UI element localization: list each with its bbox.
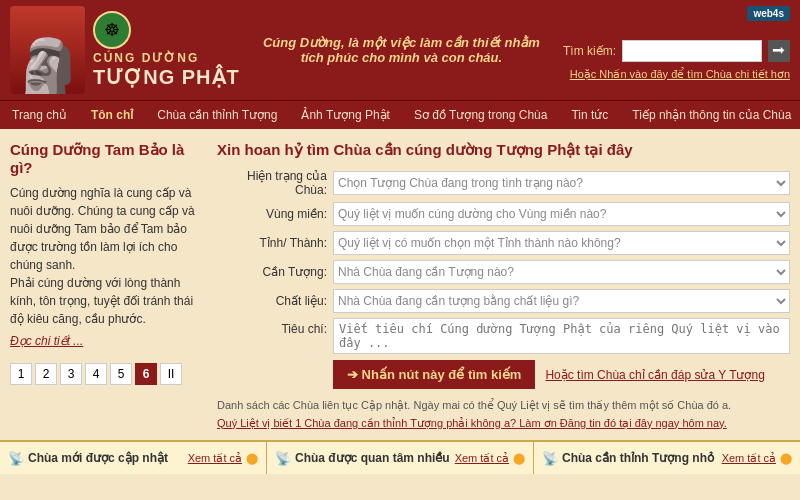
logo-emblem: ☸ — [93, 11, 131, 49]
footer-link-2[interactable]: Xem tất cả — [455, 452, 509, 465]
label-chatlieu: Chất liệu: — [217, 294, 327, 308]
or-link[interactable]: Hoặc tìm Chùa chỉ cần đáp sửa Y Tượng — [545, 368, 764, 382]
main-nav: Trang chủ Tôn chỉ Chùa cần thỉnh Tượng Ả… — [0, 100, 800, 129]
footer-arrow-icon-3: ⬤ — [780, 452, 792, 465]
nav-item-anh[interactable]: Ảnh Tượng Phật — [289, 101, 402, 129]
footer-text-1: Chùa mới được cập nhật — [28, 451, 184, 465]
nav-item-chua[interactable]: Chùa cần thỉnh Tượng — [145, 101, 289, 129]
site-title: ☸ CÚNG DƯỜNG TƯỢNG PHẬT — [93, 11, 240, 89]
read-more-link[interactable]: Đọc chi tiết ... — [10, 334, 205, 348]
title-line2: TƯỢNG PHẬT — [93, 65, 240, 89]
header-right: web4s Tìm kiếm: ⮕ Hoặc Nhấn vào đây để t… — [563, 20, 790, 81]
label-hientrang: Hiện trạng của Chùa: — [217, 169, 327, 197]
page-btn-3[interactable]: 3 — [60, 363, 82, 385]
footer-icon-3: 📡 — [542, 451, 558, 466]
search-button[interactable]: ⮕ — [768, 40, 790, 62]
footer-icon-2: 📡 — [275, 451, 291, 466]
textarea-tieuchi[interactable] — [333, 318, 790, 354]
label-tinhthanh: Tỉnh/ Thành: — [217, 236, 327, 250]
search-label: Tìm kiếm: — [563, 44, 616, 58]
form-row-hientrang: Hiện trạng của Chùa: Chọn Tượng Chùa đan… — [217, 169, 790, 197]
form-row-cantuong: Cần Tượng: Nhà Chùa đang cần Tượng nào? — [217, 260, 790, 284]
footer-item-3: 📡 Chùa cần thỉnh Tượng nhỏ Xem tất cả ⬤ — [534, 442, 800, 474]
left-title: Cúng Dưỡng Tam Bảo là gì? — [10, 141, 205, 176]
page-btn-1[interactable]: 1 — [10, 363, 32, 385]
buddha-image: 🗿 — [10, 6, 85, 94]
search-input[interactable] — [622, 40, 762, 62]
footer-link-3[interactable]: Xem tất cả — [722, 452, 776, 465]
web4s-badge: web4s — [747, 6, 790, 21]
select-vungmien[interactable]: Quý liệt vị muốn cúng dường cho Vùng miề… — [333, 202, 790, 226]
search-hint[interactable]: Hoặc Nhấn vào đây để tìm Chùa chi tiết h… — [570, 68, 790, 81]
title-line1: CÚNG DƯỜNG — [93, 51, 240, 65]
footer-text-2: Chùa được quan tâm nhiều — [295, 451, 451, 465]
nav-item-tonchi[interactable]: Tôn chỉ — [79, 101, 145, 129]
form-row-vungmien: Vùng miền: Quý liệt vị muốn cúng dường c… — [217, 202, 790, 226]
form-row-tieuchi: Tiêu chí: — [217, 318, 790, 354]
notice-text: Danh sách các Chùa liên tục Cập nhật. Ng… — [217, 397, 790, 432]
page-btn-next[interactable]: II — [160, 363, 182, 385]
label-cantuong: Cần Tượng: — [217, 265, 327, 279]
label-tieuchi: Tiêu chí: — [217, 322, 327, 336]
footer-link-1[interactable]: Xem tất cả — [188, 452, 242, 465]
footer-text-3: Chùa cần thỉnh Tượng nhỏ — [562, 451, 718, 465]
form-title: Xin hoan hỷ tìm Chùa cần cúng dường Tượn… — [217, 141, 790, 159]
nav-item-trangchu[interactable]: Trang chủ — [0, 101, 79, 129]
nav-item-sodo[interactable]: Sơ đồ Tượng trong Chùa — [402, 101, 560, 129]
form-row-tinhthanh: Tỉnh/ Thành: Quý liệt vị có muốn chọn mộ… — [217, 231, 790, 255]
select-chatlieu[interactable]: Nhà Chùa đang cần tượng bằng chất liệu g… — [333, 289, 790, 313]
footer-item-2: 📡 Chùa được quan tâm nhiều Xem tất cả ⬤ — [267, 442, 534, 474]
header-left: 🗿 ☸ CÚNG DƯỜNG TƯỢNG PHẬT — [10, 6, 240, 94]
footer-arrow-icon-1: ⬤ — [246, 452, 258, 465]
search-submit-button[interactable]: ➔ Nhấn nút này để tìm kiếm — [333, 360, 535, 389]
page-btn-4[interactable]: 4 — [85, 363, 107, 385]
right-panel: Xin hoan hỷ tìm Chùa cần cúng dường Tượn… — [217, 141, 790, 432]
footer-icon-1: 📡 — [8, 451, 24, 466]
nav-item-tiepnhan[interactable]: Tiếp nhận thông tin của Chùa — [620, 101, 800, 129]
label-vungmien: Vùng miền: — [217, 207, 327, 221]
notice-link[interactable]: Quý Liệt vị biết 1 Chùa đang cần thỉnh T… — [217, 417, 727, 429]
footer-item-1: 📡 Chùa mới được cập nhật Xem tất cả ⬤ — [0, 442, 267, 474]
submit-row: ➔ Nhấn nút này để tìm kiếm Hoặc tìm Chùa… — [333, 360, 790, 389]
page-btn-5[interactable]: 5 — [110, 363, 132, 385]
footer-arrow-icon-2: ⬤ — [513, 452, 525, 465]
search-row: Tìm kiếm: ⮕ — [563, 40, 790, 62]
header-slogan: Cúng Dường, là một việc làm cần thiết nh… — [240, 35, 563, 65]
left-text: Cúng dường nghĩa là cung cấp và nuôi dưỡ… — [10, 184, 205, 328]
select-tinhthanh[interactable]: Quý liệt vị có muốn chọn một Tỉnh thành … — [333, 231, 790, 255]
page-btn-2[interactable]: 2 — [35, 363, 57, 385]
left-panel: Cúng Dưỡng Tam Bảo là gì? Cúng dường ngh… — [10, 141, 205, 432]
select-hientrang[interactable]: Chọn Tượng Chùa đang trong tình trạng nà… — [333, 171, 790, 195]
footer-bar: 📡 Chùa mới được cập nhật Xem tất cả ⬤ 📡 … — [0, 440, 800, 474]
nav-item-tintuc[interactable]: Tin tức — [559, 101, 620, 129]
pagination: 1 2 3 4 5 6 II — [10, 363, 205, 385]
page-btn-6[interactable]: 6 — [135, 363, 157, 385]
form-row-chatlieu: Chất liệu: Nhà Chùa đang cần tượng bằng … — [217, 289, 790, 313]
select-cantuong[interactable]: Nhà Chùa đang cần Tượng nào? — [333, 260, 790, 284]
